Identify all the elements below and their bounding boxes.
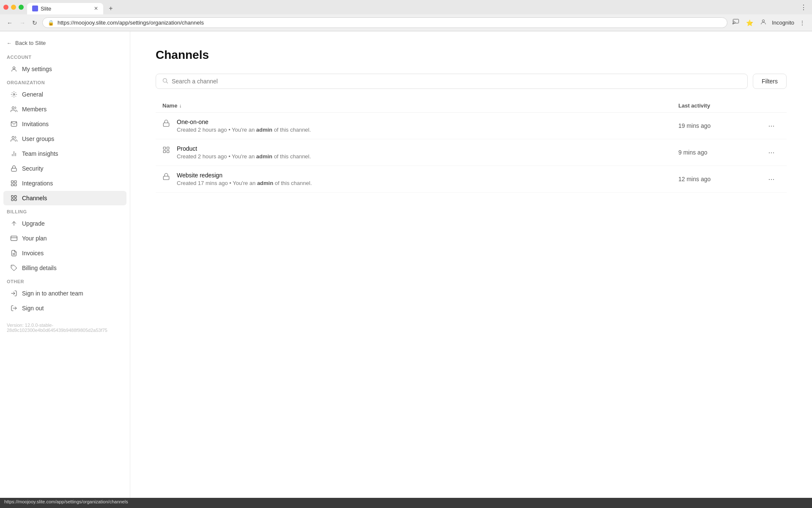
table-header: Name ↓ Last activity xyxy=(156,99,787,113)
channel-meta-0: Created 2 hours ago • You're an admin of… xyxy=(177,127,311,133)
channel-info-1: Product Created 2 hours ago • You're an … xyxy=(162,145,678,160)
browser-menu-icon[interactable]: ⋮ xyxy=(800,3,807,11)
mail-icon xyxy=(10,120,18,128)
credit-card-icon xyxy=(10,235,18,242)
status-bar-bottom xyxy=(0,505,812,508)
log-in-icon xyxy=(10,290,18,297)
sidebar-item-label-user-groups: User groups xyxy=(22,135,54,142)
col-name-header: Name ↓ xyxy=(162,102,678,109)
file-text-icon xyxy=(10,249,18,257)
sidebar-item-your-plan[interactable]: Your plan xyxy=(3,231,126,246)
back-arrow-icon: ← xyxy=(7,40,12,46)
tab-close-button[interactable]: ✕ xyxy=(94,6,98,11)
sidebar-item-label-channels: Channels xyxy=(22,195,47,202)
sidebar-item-invitations[interactable]: Invitations xyxy=(3,117,126,131)
channel-info-0: One-on-one Created 2 hours ago • You're … xyxy=(162,119,678,133)
section-label-organization: ORGANIZATION xyxy=(0,77,130,87)
refresh-button[interactable]: ↻ xyxy=(30,18,39,28)
sidebar-item-label-my-settings: My settings xyxy=(22,66,52,72)
close-traffic-light[interactable] xyxy=(3,5,8,10)
svg-rect-15 xyxy=(14,184,16,186)
channel-name-2: Website redesign xyxy=(177,172,312,179)
new-tab-button[interactable]: + xyxy=(105,3,117,14)
channel-more-button-2[interactable]: ··· xyxy=(763,174,780,185)
sidebar-item-my-settings[interactable]: My settings xyxy=(3,62,126,76)
sidebar-item-integrations[interactable]: Integrations xyxy=(3,176,126,190)
sidebar-item-label-team-insights: Team insights xyxy=(22,150,58,157)
section-label-account: ACCOUNT xyxy=(0,51,130,61)
table-row: Product Created 2 hours ago • You're an … xyxy=(156,139,787,166)
svg-rect-30 xyxy=(163,123,169,126)
svg-rect-34 xyxy=(167,151,169,153)
tab-title: Slite xyxy=(41,6,51,12)
cast-icon[interactable] xyxy=(731,17,741,28)
sidebar-item-general[interactable]: General xyxy=(3,87,126,102)
sidebar-item-label-sign-in-another: Sign in to another team xyxy=(22,290,83,297)
sidebar-item-upgrade[interactable]: Upgrade xyxy=(3,216,126,231)
sidebar-item-channels[interactable]: Channels xyxy=(3,191,126,205)
back-to-slite-link[interactable]: ← Back to Slite xyxy=(0,36,130,51)
url-bar[interactable]: 🔒 https://moojooy.slite.com/app/settings… xyxy=(42,17,727,28)
channel-name-1: Product xyxy=(177,145,311,152)
address-bar: ← → ↻ 🔒 https://moojooy.slite.com/app/se… xyxy=(0,14,812,31)
svg-rect-13 xyxy=(14,181,16,183)
channel-details-1: Product Created 2 hours ago • You're an … xyxy=(177,145,311,160)
search-input[interactable] xyxy=(172,78,741,85)
sidebar-item-user-groups[interactable]: User groups xyxy=(3,132,126,146)
sidebar-item-billing-details[interactable]: Billing details xyxy=(3,261,126,275)
settings-icon xyxy=(10,91,18,98)
svg-rect-14 xyxy=(11,184,14,186)
sidebar-item-invoices[interactable]: Invoices xyxy=(3,246,126,260)
channel-info-2: Website redesign Created 17 mins ago • Y… xyxy=(162,172,678,186)
browser-actions: ⭐ Incognito ⋮ xyxy=(731,17,807,28)
svg-rect-35 xyxy=(163,176,169,179)
tab-favicon xyxy=(32,6,38,11)
filters-button[interactable]: Filters xyxy=(753,74,787,89)
svg-point-4 xyxy=(13,94,15,95)
sort-icon: ↓ xyxy=(179,103,181,109)
channel-type-icon-0 xyxy=(162,119,172,129)
channel-more-button-0[interactable]: ··· xyxy=(763,121,780,131)
bookmark-icon[interactable]: ⭐ xyxy=(744,18,755,28)
back-button[interactable]: ← xyxy=(5,18,14,28)
search-box[interactable] xyxy=(156,74,748,89)
sidebar-item-label-billing-details: Billing details xyxy=(22,265,57,271)
users-group-icon xyxy=(10,135,18,143)
sidebar-item-team-insights[interactable]: Team insights xyxy=(3,146,126,161)
profile-icon[interactable] xyxy=(758,17,768,28)
svg-rect-11 xyxy=(11,168,16,171)
search-icon xyxy=(162,77,168,85)
sidebar-item-label-security: Security xyxy=(22,165,44,172)
svg-rect-19 xyxy=(14,199,16,201)
browser-tab-slite[interactable]: Slite ✕ xyxy=(27,3,103,14)
maximize-traffic-light[interactable] xyxy=(19,5,24,10)
sidebar-item-security[interactable]: Security xyxy=(3,161,126,176)
minimize-traffic-light[interactable] xyxy=(11,5,16,10)
svg-point-3 xyxy=(13,67,15,69)
channel-details-0: One-on-one Created 2 hours ago • You're … xyxy=(177,119,311,133)
sidebar-item-sign-in-another[interactable]: Sign in to another team xyxy=(3,286,126,301)
channel-activity-2: 12 mins ago xyxy=(678,176,763,182)
status-url: https://moojooy.slite.com/app/settings/o… xyxy=(4,499,128,504)
url-text: https://moojooy.slite.com/app/settings/o… xyxy=(58,19,204,26)
sidebar: ← Back to Slite ACCOUNT My settings ORGA… xyxy=(0,31,130,498)
browser-more-button[interactable]: ⋮ xyxy=(798,18,807,28)
sidebar-sections: ACCOUNT My settings ORGANIZATION General… xyxy=(0,51,130,315)
channel-meta-1: Created 2 hours ago • You're an admin of… xyxy=(177,153,311,160)
table-row: One-on-one Created 2 hours ago • You're … xyxy=(156,113,787,139)
svg-point-7 xyxy=(12,136,14,138)
sidebar-item-label-invitations: Invitations xyxy=(22,121,49,127)
bar-chart-icon xyxy=(10,150,18,157)
sidebar-item-sign-out[interactable]: Sign out xyxy=(3,301,126,315)
channel-more-button-1[interactable]: ··· xyxy=(763,147,780,158)
lock-icon: 🔒 xyxy=(48,20,54,26)
sidebar-item-label-sign-out: Sign out xyxy=(22,305,44,312)
sidebar-item-label-integrations: Integrations xyxy=(22,180,53,187)
sidebar-item-members[interactable]: Members xyxy=(3,102,126,116)
users-icon xyxy=(10,105,18,113)
page-title: Channels xyxy=(156,48,787,62)
tag-icon xyxy=(10,264,18,272)
sidebar-item-label-general: General xyxy=(22,91,43,98)
section-label-billing: BILLING xyxy=(0,206,130,216)
forward-button[interactable]: → xyxy=(18,18,27,28)
